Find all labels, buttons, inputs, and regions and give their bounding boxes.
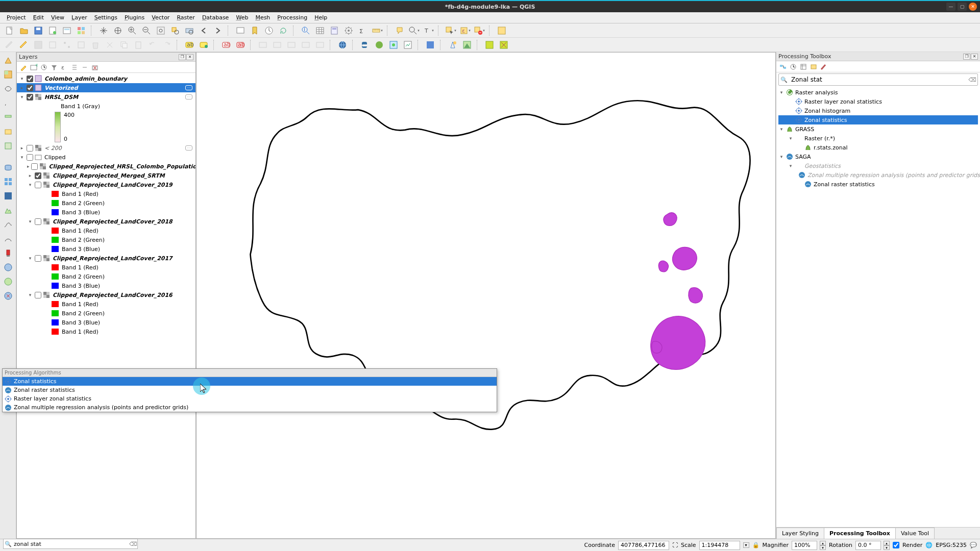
osm-button[interactable] [373, 39, 386, 51]
menu-processing[interactable]: Processing [274, 13, 311, 22]
layer-band[interactable]: Band 3 (Blue) [17, 318, 195, 327]
layer-row[interactable]: ▾Clipped_Reprojected_LandCover_2019 [17, 180, 195, 189]
expand-icon[interactable]: ▾ [788, 136, 794, 141]
change-label2-button[interactable] [313, 39, 327, 51]
new-bookmark-button[interactable] [248, 24, 261, 37]
temporal-button[interactable] [262, 24, 276, 37]
label-button[interactable]: abc [183, 39, 196, 51]
toolbox-item[interactable]: Zonal histogram [778, 106, 978, 115]
menu-project[interactable]: Project [3, 13, 30, 22]
measure-button[interactable]: ▾ [371, 24, 384, 37]
add-mesh-button[interactable] [2, 83, 14, 95]
expand-icon[interactable]: ▾ [19, 76, 25, 81]
add-csv-button[interactable]: , [2, 97, 14, 109]
layout-manager-button[interactable] [60, 24, 74, 37]
text-annotation-button[interactable]: T▾ [422, 24, 435, 37]
toolbox-item[interactable]: Zonal raster statistics [778, 180, 978, 189]
toolbox-item[interactable]: Zonal statistics [778, 115, 978, 124]
layer-visibility-checkbox[interactable] [35, 255, 41, 262]
refresh-button[interactable] [277, 24, 290, 37]
layer-visibility-checkbox[interactable] [35, 292, 41, 298]
expand-all-button[interactable] [70, 63, 79, 72]
pin-label-button[interactable]: abc [234, 39, 247, 51]
toolbox-item[interactable]: ▾SAGA [778, 152, 978, 161]
new-virtual-button[interactable] [2, 204, 14, 216]
locator-result-item[interactable]: Zonal multiple regression analysis (poin… [3, 403, 497, 412]
save-edits-button[interactable] [32, 39, 45, 51]
add-raster-button[interactable] [2, 68, 14, 81]
toolbox-item[interactable]: r.stats.zonal [778, 143, 978, 152]
style-manager-button[interactable] [75, 24, 88, 37]
select-all-button[interactable] [495, 24, 508, 37]
magnifier-input[interactable] [792, 541, 817, 550]
deselect-button[interactable]: ▾ [473, 24, 486, 37]
layer-tree[interactable]: ▾Colombo_admin_boundary▸Vectorized⋯▾HRSL… [17, 73, 195, 538]
layer-row[interactable]: ▾Clipped [17, 153, 195, 162]
toggle-editing-button[interactable] [17, 39, 31, 51]
processing-button[interactable] [342, 24, 355, 37]
layer-band[interactable]: Band 3 (Blue) [17, 208, 195, 217]
statistics-button[interactable]: Σ [356, 24, 370, 37]
layer-band[interactable]: Band 1 (Red) [17, 226, 195, 235]
messages-icon[interactable]: 💬 [970, 542, 977, 548]
copy-button[interactable] [117, 39, 131, 51]
expand-icon[interactable]: ▾ [27, 292, 33, 297]
toolbox-item[interactable]: Zonal multiple regression analysis (poin… [778, 170, 978, 180]
menu-mesh[interactable]: Mesh [252, 13, 274, 22]
layers-undock-button[interactable]: ❐ [179, 54, 186, 60]
expand-icon[interactable]: ▾ [19, 94, 25, 99]
select-by-value-button[interactable]: ε▾ [458, 24, 472, 37]
field-calculator-button[interactable] [328, 24, 341, 37]
layer-band[interactable]: Band 2 (Green) [17, 272, 195, 281]
expand-icon[interactable]: ▾ [27, 219, 33, 224]
crs-label[interactable]: EPSG:5235 [936, 542, 967, 548]
layer-row[interactable]: ▾Clipped_Reprojected_LandCover_2018 [17, 217, 195, 226]
rotate-label-button[interactable] [285, 39, 298, 51]
rotation-input[interactable] [855, 541, 881, 550]
layers-close-button[interactable]: ✕ [186, 54, 193, 60]
locator-result-item[interactable]: Raster layer zonal statistics [3, 394, 497, 403]
change-label-button[interactable] [299, 39, 312, 51]
current-edits-button[interactable] [3, 39, 16, 51]
toolbox-options-button[interactable] [819, 62, 828, 71]
expand-icon[interactable]: ▸ [19, 145, 25, 151]
layer-row[interactable]: ▾Clipped_Reprojected_LandCover_2016 [17, 290, 195, 299]
layer-row[interactable]: ▸Clipped_Reprojected_HRSL_Colombo_Popula… [17, 162, 195, 171]
zoom-next-button[interactable] [211, 24, 225, 37]
add-spatialite-button[interactable] [2, 111, 14, 123]
layer-band[interactable]: Band 2 (Green) [17, 198, 195, 208]
modify-attributes-button[interactable] [75, 39, 88, 51]
new-project-button[interactable] [3, 24, 16, 37]
toolbox-results-button[interactable] [799, 62, 808, 71]
toolbox-item[interactable]: ▾Geostatistics [778, 161, 978, 170]
expand-icon[interactable]: ▾ [27, 182, 33, 187]
layer-visibility-checkbox[interactable] [27, 85, 33, 91]
attribute-table-button[interactable] [313, 24, 327, 37]
mag-down-button[interactable]: ▾ [820, 545, 826, 550]
menu-raster[interactable]: Raster [173, 13, 198, 22]
zoom-layer-button[interactable] [183, 24, 196, 37]
layer-band[interactable]: Band 3 (Blue) [17, 244, 195, 254]
tab-layer-styling[interactable]: Layer Styling [776, 528, 824, 539]
expand-icon[interactable]: ▾ [19, 155, 25, 160]
menu-settings[interactable]: Settings [91, 13, 121, 22]
scale-dropdown-icon[interactable]: ▾ [743, 542, 749, 548]
coord-input[interactable] [618, 541, 669, 550]
save-project-button[interactable] [32, 24, 45, 37]
zoom-last-button[interactable] [197, 24, 210, 37]
plugin2-button[interactable] [401, 39, 414, 51]
render-checkbox[interactable] [893, 542, 899, 548]
tab-value-tool[interactable]: Value Tool [895, 528, 935, 539]
toolbox-search[interactable]: 🔍 ⌫ [778, 73, 978, 86]
select-features-button[interactable]: ▾ [444, 24, 457, 37]
expand-icon[interactable]: ▾ [788, 163, 794, 168]
globe1-button[interactable] [2, 261, 14, 273]
freehand-button[interactable] [2, 233, 14, 245]
identify-button[interactable]: i [299, 24, 312, 37]
toolbox-item[interactable]: ▾GRASS [778, 124, 978, 134]
toolbox-edit-button[interactable] [809, 62, 818, 71]
menu-edit[interactable]: Edit [30, 13, 47, 22]
expand-icon[interactable]: ▸ [27, 164, 30, 169]
vertex-tool-button[interactable] [60, 39, 74, 51]
layer-row[interactable]: ▸< 200⋯ [17, 143, 195, 153]
